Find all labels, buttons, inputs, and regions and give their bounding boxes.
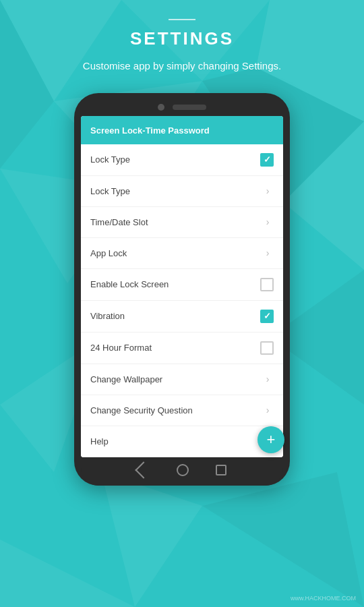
checkbox-checked-icon[interactable]	[260, 153, 274, 167]
settings-item-label: App Lock	[90, 248, 127, 258]
fab-add-button[interactable]: +	[257, 426, 284, 453]
settings-item-label: Vibration	[90, 311, 125, 321]
header-divider	[169, 19, 195, 20]
chevron-icon: ›	[262, 247, 274, 259]
settings-item-label: Change Wallpaper	[90, 374, 162, 384]
settings-item-lock-type-2[interactable]: Lock Type ›	[81, 176, 283, 207]
chevron-icon: ›	[262, 185, 274, 197]
settings-list: Lock Type Lock Type › Time/Date Slot › A…	[81, 144, 283, 457]
checkbox-checked-icon[interactable]	[260, 310, 274, 323]
settings-header-text: Screen Lock-Time Password	[90, 125, 210, 136]
header-section: SETTINGS Customise app by simply changin…	[0, 0, 364, 81]
nav-recent-button[interactable]	[216, 465, 226, 475]
settings-item-label: Help	[90, 436, 109, 446]
settings-item-24-hour-format[interactable]: 24 Hour Format	[81, 333, 283, 364]
phone-bottom-nav	[81, 457, 283, 486]
settings-item-label: 24 Hour Format	[90, 343, 152, 353]
settings-item-vibration[interactable]: Vibration	[81, 301, 283, 333]
phone-top-bar	[81, 104, 283, 111]
phone-camera	[158, 104, 164, 111]
settings-item-label: Change Security Question	[90, 405, 193, 415]
chevron-icon: ›	[262, 373, 274, 385]
nav-home-button[interactable]	[177, 464, 189, 476]
settings-item-label: Enable Lock Screen	[90, 279, 169, 289]
page-subtitle: Customise app by simply changing Setting…	[74, 59, 290, 74]
settings-item-enable-lock-screen[interactable]: Enable Lock Screen	[81, 269, 283, 301]
page-title: SETTINGS	[13, 28, 351, 49]
settings-item-help[interactable]: Help	[81, 426, 283, 457]
phone-speaker	[173, 105, 206, 110]
checkbox-empty-icon[interactable]	[260, 278, 274, 291]
settings-item-label: Lock Type	[90, 186, 130, 196]
settings-item-label: Time/Date Slot	[90, 217, 148, 227]
settings-item-change-security-question[interactable]: Change Security Question ›	[81, 395, 283, 426]
chevron-icon: ›	[262, 216, 274, 228]
settings-item-label: Lock Type	[90, 154, 130, 165]
settings-item-change-wallpaper[interactable]: Change Wallpaper ›	[81, 364, 283, 395]
settings-item-app-lock[interactable]: App Lock ›	[81, 238, 283, 269]
settings-item-lock-type-1[interactable]: Lock Type	[81, 144, 283, 176]
phone-frame: Screen Lock-Time Password Lock Type Lock…	[74, 93, 290, 486]
checkbox-empty-icon[interactable]	[260, 341, 274, 355]
phone-screen: Screen Lock-Time Password Lock Type Lock…	[81, 116, 283, 457]
nav-back-button[interactable]	[135, 461, 152, 478]
chevron-icon: ›	[262, 404, 274, 416]
settings-item-time-date-slot[interactable]: Time/Date Slot ›	[81, 207, 283, 238]
settings-header: Screen Lock-Time Password	[81, 116, 283, 144]
watermark: www.HACKHOME.COM	[291, 595, 356, 602]
